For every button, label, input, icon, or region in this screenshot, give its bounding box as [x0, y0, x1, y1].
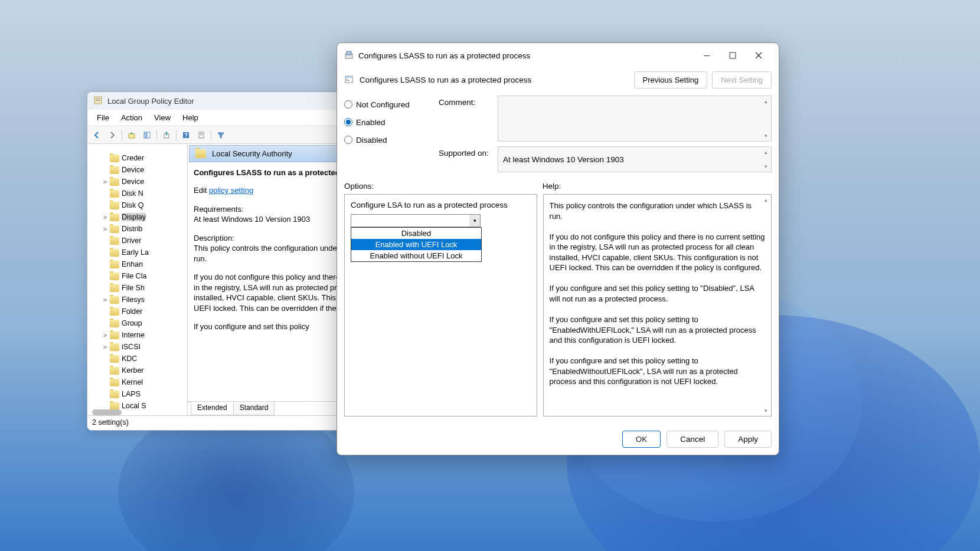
supported-label: Supported on:: [439, 146, 492, 158]
tree-item[interactable]: Device: [87, 164, 187, 176]
menu-action[interactable]: Action: [116, 112, 147, 123]
expand-icon[interactable]: >: [102, 178, 109, 185]
tree-item-label: Folder: [122, 307, 142, 316]
tree-item[interactable]: Group: [87, 317, 187, 329]
dialog-title-bar[interactable]: Configures LSASS to run as a protected p…: [337, 43, 779, 68]
options-label: Options:: [344, 182, 535, 191]
svg-rect-4: [144, 132, 146, 138]
tree-item[interactable]: KDC: [87, 353, 187, 365]
menu-view[interactable]: View: [149, 112, 175, 123]
expand-icon[interactable]: >: [102, 225, 109, 232]
expand-icon[interactable]: >: [102, 332, 109, 339]
tree-item-label: Group: [122, 319, 142, 327]
dropdown-option[interactable]: Enabled with UEFI Lock: [351, 239, 481, 250]
dropdown-option[interactable]: Enabled without UEFI Lock: [351, 250, 481, 261]
tree-scrollbar[interactable]: [92, 409, 122, 415]
tree-item-label: Device: [122, 166, 144, 174]
ok-button[interactable]: OK: [622, 431, 661, 448]
tree-item[interactable]: >Device: [87, 176, 187, 188]
scroll-up-icon[interactable]: ▴: [762, 148, 770, 156]
tree-item[interactable]: >Filesys: [87, 294, 187, 306]
option-dropdown[interactable]: ▾ DisabledEnabled with UEFI LockEnabled …: [351, 214, 481, 227]
gpe-app-icon: [93, 96, 103, 107]
tree-item[interactable]: >Distrib: [87, 223, 187, 235]
edit-policy-link[interactable]: policy setting: [209, 186, 253, 195]
radio-label: Enabled: [356, 118, 386, 127]
minimize-button[interactable]: [694, 47, 720, 64]
scroll-up-icon[interactable]: ▴: [762, 196, 770, 204]
gpe-tree[interactable]: CrederDevice>DeviceDisk NDisk Q>Display>…: [87, 144, 188, 415]
options-panel: Configure LSA to run as a protected proc…: [344, 194, 537, 416]
back-button[interactable]: [90, 129, 104, 142]
tree-item[interactable]: Kernel: [87, 376, 187, 388]
supported-value: At least Windows 10 Version 1903: [503, 155, 624, 164]
tree-item[interactable]: Folder: [87, 306, 187, 317]
folder-icon: [110, 225, 119, 233]
radio-enabled[interactable]: Enabled: [344, 113, 427, 131]
expand-icon[interactable]: >: [102, 214, 109, 221]
help-p2: If you do not configure this policy and …: [550, 232, 765, 273]
folder-icon: [110, 343, 119, 351]
radio-icon: [344, 118, 352, 126]
tree-item-label: File Cla: [122, 272, 146, 280]
tree-item[interactable]: Enhan: [87, 258, 187, 270]
show-hide-tree-button[interactable]: [140, 129, 154, 142]
refresh-button[interactable]: [194, 129, 208, 142]
next-setting-button[interactable]: Next Setting: [712, 71, 772, 88]
help-p4: If you configure and set this policy set…: [550, 314, 765, 346]
radio-not-configured[interactable]: Not Configured: [344, 96, 427, 113]
tree-item[interactable]: Disk N: [87, 188, 187, 199]
radio-disabled[interactable]: Disabled: [344, 131, 427, 149]
tree-item[interactable]: File Sh: [87, 282, 187, 294]
chevron-down-icon[interactable]: ▾: [469, 215, 480, 227]
scroll-up-icon[interactable]: ▴: [762, 97, 770, 106]
tree-item[interactable]: Driver: [87, 235, 187, 247]
tree-item[interactable]: >Display: [87, 211, 187, 223]
scroll-down-icon[interactable]: ▾: [762, 406, 770, 415]
tab-standard[interactable]: Standard: [233, 402, 275, 415]
filter-button[interactable]: [214, 129, 228, 142]
svg-rect-11: [200, 135, 202, 135]
tree-item-label: Distrib: [122, 225, 142, 233]
tab-extended[interactable]: Extended: [191, 402, 234, 415]
comment-field[interactable]: ▴ ▾: [498, 96, 772, 142]
export-button[interactable]: [159, 129, 174, 142]
expand-icon[interactable]: >: [102, 343, 109, 350]
tree-item[interactable]: >Interne: [87, 329, 187, 341]
tree-item[interactable]: File Cla: [87, 270, 187, 282]
scroll-down-icon[interactable]: ▾: [762, 162, 770, 170]
tree-item[interactable]: Kerber: [87, 365, 187, 376]
dropdown-option[interactable]: Disabled: [351, 228, 481, 239]
menu-file[interactable]: File: [92, 112, 114, 123]
toolbar-separator: [176, 130, 177, 140]
close-button[interactable]: [746, 47, 772, 64]
tree-item[interactable]: >iSCSI: [87, 341, 187, 353]
supported-field: At least Windows 10 Version 1903 ▴ ▾: [498, 146, 772, 172]
forward-button[interactable]: [105, 129, 119, 142]
apply-button[interactable]: Apply: [724, 431, 772, 448]
expand-icon[interactable]: >: [102, 296, 109, 303]
radio-icon: [344, 136, 352, 144]
tree-item-label: Enhan: [122, 260, 143, 268]
help-button[interactable]: ?: [179, 129, 193, 142]
previous-setting-button[interactable]: Previous Setting: [634, 71, 708, 88]
folder-icon: [110, 249, 119, 257]
tree-item-label: Display: [122, 213, 146, 221]
dialog-title: Configures LSASS to run as a protected p…: [358, 51, 694, 60]
tree-item[interactable]: LAPS: [87, 388, 187, 400]
tree-item[interactable]: Early La: [87, 247, 187, 258]
tree-item[interactable]: Creder: [87, 152, 187, 164]
maximize-button[interactable]: [720, 47, 746, 64]
folder-icon: [195, 149, 206, 158]
menu-help[interactable]: Help: [178, 112, 203, 123]
radio-icon: [344, 100, 352, 109]
tree-item-label: Filesys: [122, 296, 145, 304]
help-p5: If you configure and set this policy set…: [550, 356, 765, 387]
folder-icon: [110, 391, 119, 398]
folder-icon: [110, 296, 119, 304]
up-folder-button[interactable]: [125, 129, 139, 142]
cancel-button[interactable]: Cancel: [667, 431, 718, 448]
tree-item-label: Disk Q: [122, 201, 144, 209]
scroll-down-icon[interactable]: ▾: [762, 132, 770, 140]
tree-item[interactable]: Disk Q: [87, 199, 187, 211]
